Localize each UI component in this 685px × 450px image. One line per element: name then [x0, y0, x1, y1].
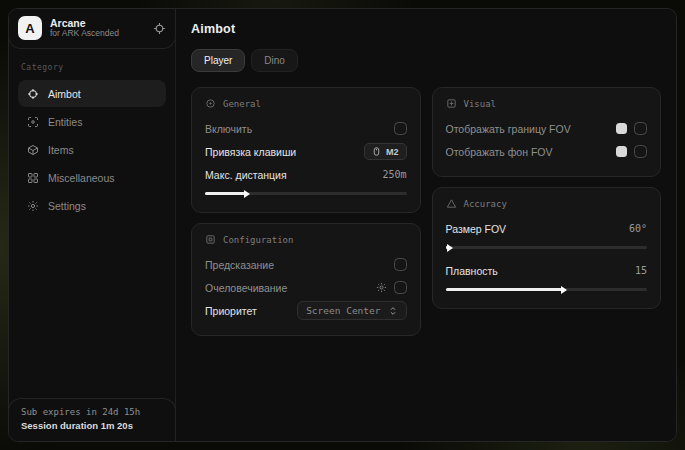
- tab-dino[interactable]: Dino: [251, 49, 298, 72]
- enable-checkbox[interactable]: [394, 122, 407, 135]
- gear-icon: [27, 200, 39, 212]
- fov-border-controls: [616, 122, 647, 135]
- card-title: Visual: [464, 99, 497, 109]
- card-general: General Включить Привязка клавиши M2: [191, 87, 421, 213]
- fov-border-label: Отображать границу FOV: [446, 123, 571, 135]
- smoothness-label: Плавность: [446, 265, 498, 277]
- fov-size-value: 60°: [629, 223, 647, 234]
- sidebar-item-label: Items: [48, 144, 74, 156]
- fov-bg-checkbox[interactable]: [634, 145, 647, 158]
- distance-slider[interactable]: [205, 192, 407, 195]
- priority-value: Screen Center: [306, 305, 380, 316]
- sidebar-item-miscellaneous[interactable]: Miscellaneous: [18, 164, 166, 191]
- left-column: General Включить Привязка клавиши M2: [191, 87, 421, 336]
- fov-bg-color-swatch[interactable]: [616, 146, 627, 157]
- row-humanize: Очеловечивание: [205, 276, 407, 299]
- row-smoothness: Плавность 15: [446, 259, 648, 282]
- fov-bg-controls: [616, 145, 647, 158]
- humanize-controls: [376, 281, 407, 294]
- sidebar-item-label: Aimbot: [48, 88, 81, 100]
- gear-icon[interactable]: [376, 282, 387, 293]
- main-panel: Aimbot Player Dino General Включить: [176, 9, 676, 441]
- smoothness-value: 15: [635, 265, 647, 276]
- sidebar-item-items[interactable]: Items: [18, 136, 166, 163]
- target-icon: [205, 98, 216, 109]
- row-prediction: Предсказание: [205, 253, 407, 276]
- cards-area: General Включить Привязка клавиши M2: [191, 87, 661, 336]
- sidebar-footer: Sub expires in 24d 15h Session duration …: [8, 398, 176, 441]
- fov-size-slider[interactable]: [446, 246, 648, 249]
- humanize-checkbox[interactable]: [394, 281, 407, 294]
- sidebar-item-settings[interactable]: Settings: [18, 192, 166, 219]
- card-accuracy-header: Accuracy: [446, 198, 648, 209]
- category-label: Category: [18, 57, 166, 80]
- card-accuracy: Accuracy Размер FOV 60° Плавность: [432, 187, 662, 309]
- tab-player[interactable]: Player: [191, 49, 245, 72]
- sidebar-item-aimbot[interactable]: Aimbot: [18, 80, 166, 107]
- app-title-block: Arcane for ARK Ascended: [50, 17, 145, 39]
- card-visual: Visual Отображать границу FOV Отображать…: [432, 87, 662, 177]
- priority-label: Приоритет: [205, 305, 257, 317]
- keybind-button[interactable]: M2: [364, 143, 407, 160]
- priority-dropdown[interactable]: Screen Center: [297, 301, 406, 320]
- app-subtitle: for ARK Ascended: [50, 29, 145, 39]
- tab-bar: Player Dino: [191, 49, 661, 72]
- keybind-label: Привязка клавиши: [205, 146, 296, 158]
- distance-label: Макс. дистанция: [205, 169, 287, 181]
- sidebar-item-label: Entities: [48, 116, 82, 128]
- crosshair-icon[interactable]: [153, 22, 166, 35]
- fov-border-checkbox[interactable]: [634, 122, 647, 135]
- row-fov-border: Отображать границу FOV: [446, 117, 648, 140]
- prediction-label: Предсказание: [205, 259, 274, 271]
- card-visual-header: Visual: [446, 98, 648, 109]
- frame-icon: [446, 98, 457, 109]
- page-title: Aimbot: [191, 22, 661, 36]
- fov-bg-label: Отображать фон FOV: [446, 146, 553, 158]
- card-title: General: [223, 99, 261, 109]
- package-icon: [27, 144, 39, 156]
- smoothness-slider[interactable]: [446, 288, 648, 291]
- card-configuration-header: Configuration: [205, 234, 407, 245]
- card-title: Accuracy: [464, 199, 507, 209]
- row-fov-bg: Отображать фон FOV: [446, 140, 648, 163]
- slider-thumb[interactable]: [447, 244, 453, 252]
- crosshair-icon: [27, 88, 39, 100]
- mouse-icon: [372, 146, 381, 157]
- keybind-value: M2: [386, 147, 399, 157]
- fov-border-color-swatch[interactable]: [616, 123, 627, 134]
- row-distance: Макс. дистанция 250m: [205, 163, 407, 186]
- chevrons-up-down-icon: [388, 306, 398, 316]
- right-column: Visual Отображать границу FOV Отображать…: [432, 87, 662, 336]
- card-title: Configuration: [223, 235, 293, 245]
- humanize-label: Очеловечивание: [205, 282, 287, 294]
- row-keybind: Привязка клавиши M2: [205, 140, 407, 163]
- session-duration-text: Session duration 1m 20s: [21, 420, 163, 431]
- card-general-header: General: [205, 98, 407, 109]
- sidebar: A Arcane for ARK Ascended Category Aimbo…: [9, 9, 176, 441]
- triangle-icon: [446, 198, 457, 209]
- distance-value: 250m: [382, 169, 406, 180]
- box-icon: [205, 234, 216, 245]
- row-fov-size: Размер FOV 60°: [446, 217, 648, 240]
- slider-thumb[interactable]: [561, 286, 567, 294]
- sidebar-item-entities[interactable]: Entities: [18, 108, 166, 135]
- sub-expires-text: Sub expires in 24d 15h: [21, 407, 163, 417]
- slider-thumb[interactable]: [244, 190, 250, 198]
- scan-icon: [27, 116, 39, 128]
- row-enable: Включить: [205, 117, 407, 140]
- enable-label: Включить: [205, 123, 252, 135]
- fov-size-label: Размер FOV: [446, 223, 507, 235]
- app-logo: A: [18, 16, 42, 40]
- sidebar-item-label: Miscellaneous: [48, 172, 115, 184]
- overlay-window: A Arcane for ARK Ascended Category Aimbo…: [8, 8, 677, 442]
- sidebar-item-label: Settings: [48, 200, 86, 212]
- row-priority: Приоритет Screen Center: [205, 299, 407, 322]
- prediction-checkbox[interactable]: [394, 258, 407, 271]
- card-configuration: Configuration Предсказание Очеловечивани…: [191, 223, 421, 336]
- sidebar-nav: Category Aimbot Entities Items: [9, 49, 175, 228]
- grid-icon: [27, 172, 39, 184]
- sidebar-header: A Arcane for ARK Ascended: [8, 9, 176, 49]
